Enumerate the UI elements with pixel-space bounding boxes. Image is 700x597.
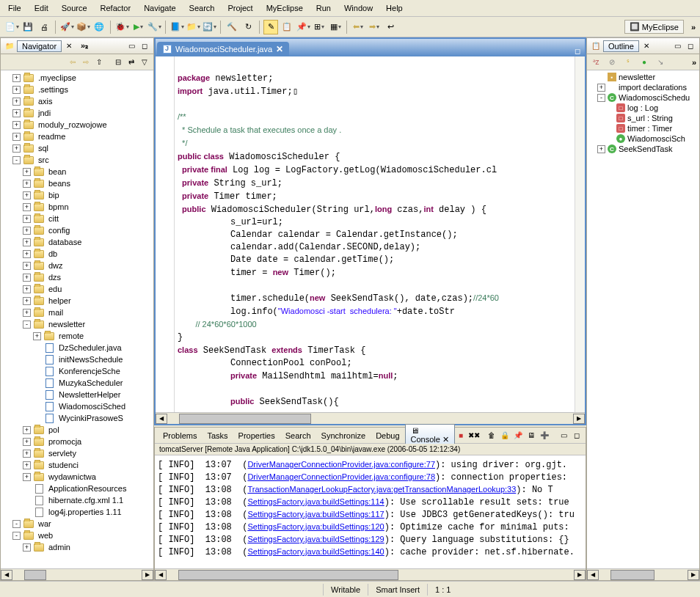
tree-expander[interactable]: + (23, 473, 31, 481)
tree-expander[interactable]: - (597, 94, 605, 102)
forward-icon[interactable]: ⇨ (80, 56, 92, 68)
tree-item[interactable]: +jndi (2, 107, 152, 119)
new-package-button[interactable]: 📁 (186, 20, 200, 34)
tree-expander[interactable]: + (23, 227, 31, 235)
highlight-button[interactable]: ✎ (263, 20, 278, 34)
tree-expander[interactable]: + (23, 215, 31, 223)
console-tab-debug[interactable]: Debug (371, 430, 404, 442)
tree-expander[interactable]: + (23, 450, 31, 458)
close-icon[interactable]: ✕ (63, 40, 75, 52)
tree-item[interactable]: +admin (2, 541, 152, 553)
maximize-icon[interactable]: ◻ (139, 40, 150, 52)
menu-myeclipse[interactable]: MyEclipse (261, 1, 308, 15)
tree-expander[interactable]: + (12, 74, 21, 82)
save-button[interactable]: 💾 (21, 20, 35, 34)
outline-tree[interactable]: ▪newsletter+▸import declarations-CWiadom… (587, 70, 699, 568)
nav-back-button[interactable]: ⬅ (351, 20, 365, 34)
editor-maximize-icon[interactable]: ◻ (572, 45, 583, 56)
debug-button[interactable]: 🐞 (114, 20, 129, 34)
last-edit-button[interactable]: ↩ (383, 20, 398, 34)
tree-expander[interactable]: + (23, 262, 31, 270)
outline-item[interactable]: +CSeekSendTask (588, 144, 698, 154)
outline-hscroll[interactable]: ◀▶ (587, 568, 699, 580)
tree-expander[interactable]: + (23, 285, 31, 293)
tree-item[interactable]: initNewsSchedule (2, 354, 152, 365)
run-button[interactable]: ▶ (131, 20, 145, 34)
console-tab-synchronize[interactable]: Synchronize (316, 430, 371, 442)
overflow-icon[interactable]: » (692, 58, 696, 67)
tree-item[interactable]: DzScheduler.java (2, 342, 152, 354)
menu-run[interactable]: Run (311, 1, 336, 15)
tree-expander[interactable]: + (23, 426, 31, 434)
console-tab-search[interactable]: Search (280, 430, 316, 442)
tree-expander[interactable]: + (12, 86, 21, 94)
tree-expander[interactable]: + (23, 250, 31, 258)
menu-source[interactable]: Source (56, 1, 92, 15)
clear-console-icon[interactable]: 🗑 (486, 430, 497, 442)
new-class-button[interactable]: 📘 (169, 20, 184, 34)
editor-text-area[interactable]: package newsletter; import java.util.Tim… (175, 56, 575, 412)
link-editor-icon[interactable]: ⇄ (125, 56, 137, 68)
outline-item[interactable]: +▸import declarations (588, 82, 698, 92)
menu-file[interactable]: File (3, 1, 26, 15)
console-hscroll[interactable]: ◀ ▶ (155, 568, 586, 580)
tree-expander[interactable]: + (23, 297, 31, 305)
tree-item[interactable]: KonferencjeSche (2, 365, 152, 377)
tree-item[interactable]: ApplicationResources (2, 483, 152, 494)
tree-item[interactable]: log4j.properties 1.11 (2, 506, 152, 518)
overflow-icon[interactable]: »₂ (81, 41, 88, 51)
navigator-tab[interactable]: Navigator (17, 40, 62, 52)
tree-item[interactable]: +promocja (2, 436, 152, 447)
menu-help[interactable]: Help (381, 1, 408, 15)
tree-expander[interactable]: + (23, 461, 31, 469)
console-maximize-icon[interactable]: ◻ (571, 430, 583, 442)
menu-search[interactable]: Search (184, 1, 220, 15)
tree-expander[interactable]: + (23, 203, 31, 211)
tree-expander[interactable]: + (12, 144, 21, 153)
tree-item[interactable]: +database (2, 236, 152, 248)
tree-item[interactable]: +axis (2, 95, 152, 107)
tree-expander[interactable]: + (23, 274, 31, 282)
display-console-icon[interactable]: 🖥 (525, 430, 537, 442)
back-icon[interactable]: ⇦ (67, 56, 79, 68)
package-button[interactable]: 📦 (76, 20, 90, 34)
tree-item[interactable]: +readme (2, 131, 152, 142)
close-icon[interactable]: ✕ (641, 40, 652, 52)
hide-nonpublic-icon[interactable]: ● (638, 56, 650, 68)
tree-expander[interactable]: + (23, 180, 31, 188)
close-icon[interactable]: ✕ (440, 435, 449, 444)
tree-item[interactable]: -web (2, 530, 152, 541)
tree-item[interactable]: +pol (2, 424, 152, 436)
tree-expander[interactable]: + (23, 543, 31, 552)
tree-item[interactable]: +edu (2, 283, 152, 295)
tree-item[interactable]: +beans (2, 177, 152, 189)
menu-edit[interactable]: Edit (29, 1, 54, 15)
tree-item[interactable]: +moduly_rozwojowe (2, 119, 152, 131)
tree-expander[interactable]: + (597, 84, 605, 92)
outline-item[interactable]: -CWiadomosciSchedu (588, 92, 698, 103)
navigator-tree[interactable]: +.myeclipse+.settings+axis+jndi+moduly_r… (1, 70, 153, 568)
tree-item[interactable]: +wydawnictwa (2, 471, 152, 483)
hide-fields-icon[interactable]: ⊘ (606, 56, 618, 68)
tree-item[interactable]: +studenci (2, 459, 152, 471)
menu-icon[interactable]: ▽ (139, 56, 150, 68)
tree-expander[interactable]: + (23, 191, 31, 199)
tree-expander[interactable]: + (23, 309, 31, 317)
build-button[interactable]: 🔨 (225, 20, 239, 34)
refresh-button[interactable]: ↻ (241, 20, 255, 34)
console-tab-tasks[interactable]: Tasks (202, 430, 233, 442)
editor-hscroll[interactable]: ◀ ▶ (156, 412, 585, 424)
nav-forward-button[interactable]: ➡ (367, 20, 382, 34)
tree-expander[interactable]: + (12, 133, 21, 141)
print-button[interactable]: 🖨 (37, 20, 51, 34)
minimize-icon[interactable]: ▭ (671, 40, 683, 52)
tree-item[interactable]: NewsletterHelper (2, 389, 152, 400)
tree-item[interactable]: -newsletter (2, 318, 152, 330)
tree-item[interactable]: WiadomosciSched (2, 400, 152, 412)
tree-expander[interactable]: - (12, 156, 21, 164)
minimize-icon[interactable]: ▭ (125, 40, 137, 52)
menu-navigate[interactable]: Navigate (139, 1, 181, 15)
menu-window[interactable]: Window (339, 1, 378, 15)
globe-button[interactable]: 🌐 (92, 20, 106, 34)
remove-launch-icon[interactable]: ✖✖ (468, 430, 480, 442)
